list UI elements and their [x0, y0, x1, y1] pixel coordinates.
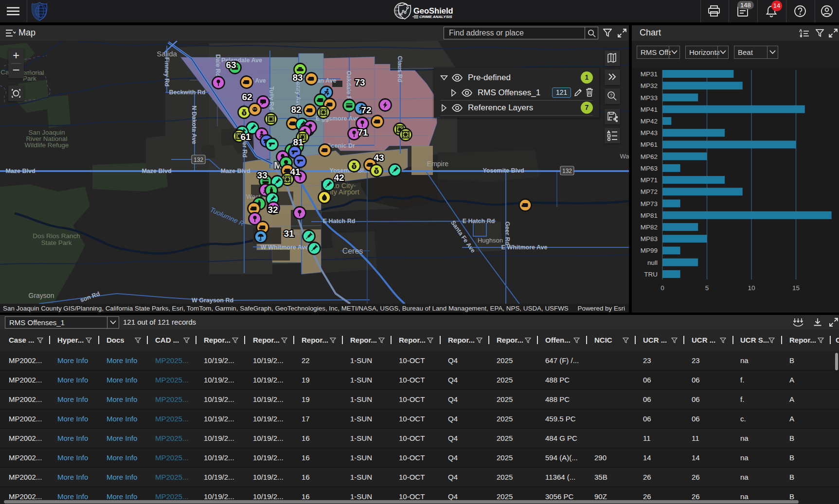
svg-text:Claus Rd: Claus Rd [396, 56, 403, 82]
svg-text:MP33: MP33 [641, 94, 658, 102]
svg-text:MP61: MP61 [641, 141, 658, 148]
svg-text:MP82: MP82 [641, 224, 658, 231]
svg-text:33: 33 [257, 170, 267, 180]
svg-text:MP43: MP43 [641, 129, 658, 137]
svg-text:31: 31 [284, 228, 294, 239]
svg-text:State Park: State Park [41, 239, 71, 246]
svg-text:Dale Rd: Dale Rd [214, 54, 221, 77]
svg-text:MP41: MP41 [641, 106, 658, 113]
svg-text:132: 132 [562, 168, 572, 174]
svg-text:E Hatch Rd: E Hatch Rd [323, 218, 356, 225]
svg-text:Ceres: Ceres [342, 247, 363, 255]
svg-text:GeoShield: GeoShield [413, 6, 453, 15]
svg-text:71: 71 [357, 127, 368, 138]
svg-text:E Hatch Rd: E Hatch Rd [463, 218, 495, 225]
svg-text:Salida: Salida [157, 50, 177, 58]
svg-text:MP31: MP31 [641, 70, 658, 78]
svg-text:MP32: MP32 [641, 82, 658, 89]
svg-text:81: 81 [293, 137, 303, 147]
svg-text:62: 62 [242, 92, 252, 102]
svg-text:Geer Rd: Geer Rd [504, 222, 511, 245]
svg-text:CRIME ANALYSIS: CRIME ANALYSIS [419, 15, 452, 19]
svg-text:0: 0 [660, 284, 664, 292]
svg-text:Hughson: Hughson [478, 237, 503, 244]
svg-text:73: 73 [355, 77, 365, 87]
svg-text:61: 61 [240, 132, 251, 142]
svg-text:Maze Blvd: Maze Blvd [220, 168, 250, 174]
svg-text:Grayson: Grayson [29, 292, 54, 299]
svg-text:Park: Park [23, 75, 36, 82]
svg-text:MP99: MP99 [641, 247, 658, 254]
svg-text:MP42: MP42 [641, 118, 658, 125]
svg-text:Empire: Empire [427, 160, 449, 168]
svg-text:Dos Rios Ranch: Dos Rios Ranch [33, 232, 80, 240]
svg-text:MP62: MP62 [641, 153, 658, 160]
svg-text:Wa: Wa [620, 153, 629, 160]
svg-text:72: 72 [361, 105, 371, 115]
svg-text:10: 10 [748, 284, 755, 292]
svg-text:42: 42 [334, 173, 344, 183]
svg-text:MP73: MP73 [641, 200, 658, 208]
svg-text:15: 15 [792, 284, 800, 292]
svg-text:Tully Rd: Tully Rd [268, 87, 275, 110]
svg-text:N Dakota Ave: N Dakota Ave [191, 105, 197, 144]
svg-text:?: ? [610, 93, 612, 98]
svg-text:MP71: MP71 [641, 176, 658, 184]
svg-text:43: 43 [374, 153, 384, 163]
svg-text:Beckwith Rd: Beckwith Rd [169, 89, 205, 96]
svg-text:5: 5 [705, 284, 709, 292]
svg-text:Maze Blvd: Maze Blvd [5, 168, 35, 174]
svg-text:32: 32 [268, 205, 278, 215]
svg-text:W Whitmore Ave: W Whitmore Ave [261, 244, 308, 251]
svg-text:132: 132 [194, 156, 203, 163]
svg-text:null: null [647, 259, 658, 266]
svg-text:Maze Blvd: Maze Blvd [142, 168, 171, 174]
svg-text:Yosemite Blvd: Yosemite Blvd [482, 167, 524, 174]
svg-text:83: 83 [292, 72, 303, 83]
svg-text:TRU: TRU [644, 271, 658, 278]
svg-text:MP81: MP81 [641, 212, 658, 219]
svg-text:Finney Rd: Finney Rd [163, 57, 170, 87]
svg-text:W Grayson Rd: W Grayson Rd [192, 297, 233, 304]
svg-text:41: 41 [290, 167, 301, 177]
svg-text:Wildlife Refuge: Wildlife Refuge [25, 141, 69, 149]
svg-text:82: 82 [291, 104, 301, 115]
svg-text:MP83: MP83 [641, 235, 658, 243]
svg-text:A: A [799, 29, 803, 33]
svg-text:MP72: MP72 [641, 188, 658, 195]
svg-text:MP63: MP63 [641, 165, 658, 172]
svg-text:63: 63 [226, 60, 236, 70]
